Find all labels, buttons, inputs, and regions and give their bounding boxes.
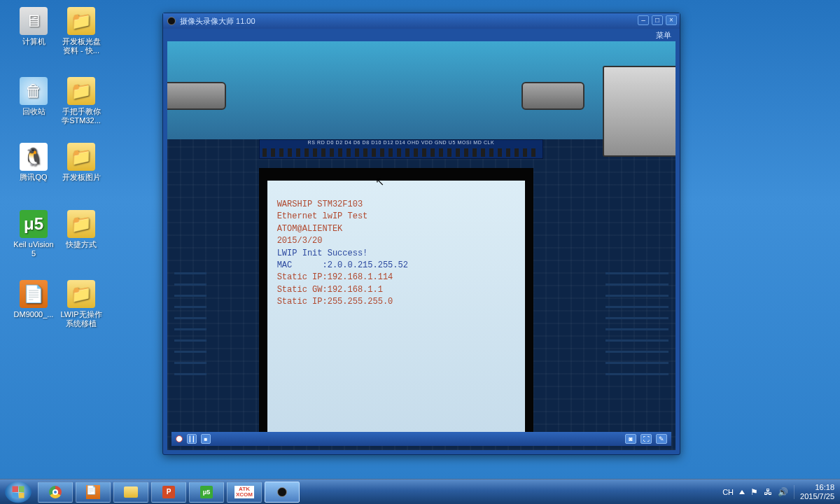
gpio-pins-right [606, 270, 668, 375]
taskbar-item-keil[interactable]: μ5 [189, 482, 224, 503]
rj45-jack [603, 66, 676, 157]
desktop-icon-lwip[interactable]: 📁 LWIP无操作系统移植 [60, 280, 102, 328]
volume-icon[interactable]: 🔊 [778, 487, 788, 497]
folder-icon [124, 486, 138, 498]
icon-label: 手把手教你学STM32... [60, 107, 102, 125]
keil-icon: μ5 [20, 210, 48, 238]
taskbar-item-atk-xcom[interactable]: ATK XCOM [227, 482, 262, 503]
lcd-line: MAC :2.0.0.215.255.52 [277, 260, 515, 272]
clock-date: 2015/7/25 [800, 492, 834, 501]
computer-icon: 🖥 [20, 7, 48, 35]
folder-icon: 📁 [67, 77, 95, 105]
pin-labels: RS RD D0 D2 D4 D6 D8 D10 D12 D14 OHD VDD… [259, 139, 544, 146]
db9-connector-right [522, 82, 584, 110]
gpio-pins-left [174, 270, 206, 375]
close-button[interactable]: × [666, 15, 677, 25]
folder-icon: 📁 [67, 280, 95, 308]
window-title: 摄像头录像大师 11.00 [180, 16, 255, 27]
powerpoint-icon: P [162, 486, 175, 498]
lcd-line: WARSHIP STM32F103 [277, 199, 515, 211]
desktop-icon-devboard-pics[interactable]: 📁 开发板图片 [60, 143, 102, 182]
db9-connector-left [167, 82, 226, 110]
taskbar: 📄 P μ5 ATK XCOM CH ⚑ 🖧 🔊 16:18 2015/7/25 [0, 479, 840, 504]
icon-label: 快捷方式 [60, 240, 102, 249]
lcd-line: Ethernet lwIP Test [277, 211, 515, 223]
lcd-line: Static IP:255.255.255.0 [277, 296, 515, 308]
taskbar-item-camera[interactable] [265, 482, 300, 503]
ime-indicator[interactable]: CH [722, 488, 734, 496]
foxit-icon: 📄 [20, 280, 48, 308]
icon-label: 腾讯QQ [13, 173, 55, 182]
snapshot-button[interactable]: ◙ [625, 434, 636, 444]
folder-icon: 📁 [67, 7, 95, 35]
maximize-button[interactable]: □ [652, 15, 663, 25]
taskbar-item-foxit[interactable]: 📄 [76, 482, 111, 503]
desktop-icon-computer[interactable]: 🖥 计算机 [13, 7, 55, 46]
icon-label: 开发板图片 [60, 173, 102, 182]
taskbar-item-chrome[interactable] [38, 482, 73, 503]
minimize-button[interactable]: – [638, 15, 649, 25]
lcd-line: LWIP Init Success! [277, 248, 515, 260]
atk-xcom-icon: ATK XCOM [234, 486, 254, 498]
system-tray: CH ⚑ 🖧 🔊 16:18 2015/7/25 [717, 479, 840, 504]
desktop-icon-shortcut[interactable]: 📁 快捷方式 [60, 210, 102, 249]
pause-button[interactable]: ┃┃ [187, 434, 197, 444]
foxit-icon: 📄 [86, 485, 100, 499]
icon-label: 回收站 [13, 107, 55, 116]
icon-label: 计算机 [13, 37, 55, 46]
menu-item[interactable]: 菜单 [656, 31, 671, 39]
icon-label: LWIP无操作系统移植 [60, 310, 102, 328]
video-preview: RS RD D0 D2 D4 D6 D8 D10 D12 D14 OHD VDD… [167, 41, 676, 450]
lcd-screen: WARSHIP STM32F103 Ethernet lwIP Test ATO… [267, 181, 525, 438]
action-center-icon[interactable]: ⚑ [750, 487, 758, 497]
taskbar-item-powerpoint[interactable]: P [151, 482, 186, 503]
lcd-line: Static IP:192.168.1.114 [277, 272, 515, 284]
player-toolbar: ┃┃ ■ ◙ ⛶ ✎ [172, 432, 671, 446]
icon-label: DM9000_... [13, 310, 55, 319]
desktop-icon-keil[interactable]: μ5 Keil uVision5 [13, 210, 55, 258]
recycle-icon: 🗑 [20, 77, 48, 105]
fullscreen-button[interactable]: ⛶ [640, 434, 652, 444]
camera-icon [277, 487, 287, 497]
titlebar[interactable]: 摄像头录像大师 11.00 – □ × [163, 13, 680, 29]
lcd-frame: WARSHIP STM32F103 Ethernet lwIP Test ATO… [259, 168, 533, 438]
clock-time: 16:18 [800, 483, 834, 492]
chrome-icon [49, 486, 62, 498]
camera-recorder-window: 摄像头录像大师 11.00 – □ × 菜单 RS RD D0 D2 D4 D6… [162, 13, 680, 455]
lcd-line: ATOM@ALIENTEK [277, 223, 515, 235]
folder-icon: 📁 [67, 210, 95, 238]
icon-label: Keil uVision5 [13, 240, 55, 258]
stop-button[interactable]: ■ [201, 434, 211, 444]
icon-label: 开发板光盘资料 - 快... [60, 37, 102, 55]
qq-icon: 🐧 [20, 143, 48, 171]
tray-separator [794, 485, 794, 499]
taskbar-item-explorer[interactable] [113, 482, 148, 503]
desktop-icon-stm32-tutorial[interactable]: 📁 手把手教你学STM32... [60, 77, 102, 125]
keil-icon: μ5 [200, 486, 213, 498]
network-icon[interactable]: 🖧 [764, 487, 772, 497]
desktop-icon-dm9000[interactable]: 📄 DM9000_... [13, 280, 55, 319]
tray-expand-icon[interactable] [739, 490, 745, 494]
folder-icon: 📁 [67, 143, 95, 171]
windows-logo-icon [13, 486, 24, 498]
lcd-line: Static GW:192.168.1.1 [277, 284, 515, 296]
desktop-icon-devboard-cd[interactable]: 📁 开发板光盘资料 - 快... [60, 7, 102, 55]
lcd-line: 2015/3/20 [277, 235, 515, 247]
menubar: 菜单 [163, 29, 680, 41]
settings-button[interactable]: ✎ [656, 434, 667, 444]
record-button[interactable] [176, 435, 183, 442]
taskbar-clock[interactable]: 16:18 2015/7/25 [800, 483, 834, 500]
desktop-icon-qq[interactable]: 🐧 腾讯QQ [13, 143, 55, 182]
start-button[interactable] [5, 481, 31, 503]
desktop-icon-recycle[interactable]: 🗑 回收站 [13, 77, 55, 116]
app-icon [167, 17, 176, 25]
